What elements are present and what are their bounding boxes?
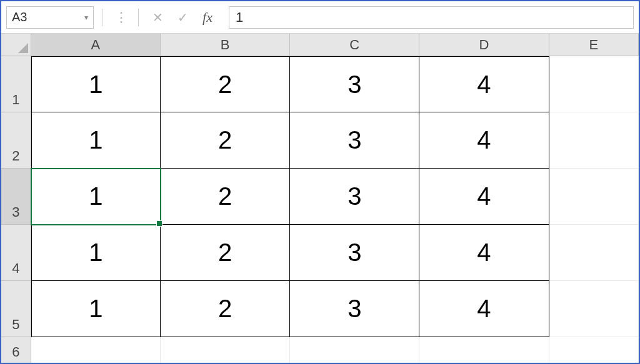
column-header-D[interactable]: D: [419, 34, 549, 56]
column-header-B[interactable]: B: [161, 34, 290, 56]
select-all-corner[interactable]: [1, 34, 31, 56]
cell-A2[interactable]: 1: [31, 112, 161, 169]
column-header-row: A B C D E: [1, 34, 639, 56]
table-row: 2 1 2 3 4: [1, 112, 639, 169]
table-row: 6: [1, 337, 639, 364]
cell-E5[interactable]: [549, 281, 639, 337]
cell-D3[interactable]: 4: [419, 169, 549, 225]
table-row: 4 1 2 3 4: [1, 225, 639, 281]
row-header-4[interactable]: 4: [1, 225, 31, 281]
cancel-button[interactable]: ✕: [148, 7, 168, 27]
cell-value: 1: [89, 295, 102, 323]
row-header-6[interactable]: 6: [1, 337, 31, 364]
cell-A6[interactable]: [31, 337, 161, 364]
col-label: E: [589, 37, 598, 53]
cell-value: 2: [218, 71, 232, 99]
cell-value: 4: [477, 182, 491, 210]
cell-D5[interactable]: 4: [419, 281, 549, 337]
cell-value: 2: [218, 182, 232, 210]
row-header-1[interactable]: 1: [1, 56, 31, 112]
cell-D1[interactable]: 4: [419, 56, 549, 112]
cell-C2[interactable]: 3: [290, 112, 419, 169]
cell-A1[interactable]: 1: [31, 56, 161, 112]
cell-value: 3: [348, 71, 361, 99]
cell-D4[interactable]: 4: [419, 225, 549, 281]
cell-B3[interactable]: 2: [161, 169, 290, 225]
row-label: 2: [12, 148, 19, 164]
cell-A4[interactable]: 1: [31, 225, 161, 281]
cell-B1[interactable]: 2: [161, 56, 290, 112]
row-header-5[interactable]: 5: [1, 281, 31, 337]
col-label: D: [479, 37, 489, 53]
cancel-icon: ✕: [152, 10, 163, 25]
chevron-down-icon[interactable]: ▾: [84, 13, 88, 22]
cell-value: 1: [89, 71, 102, 99]
cell-value: 2: [218, 239, 232, 267]
cell-value: 4: [477, 239, 491, 267]
table-row: 3 1 2 3 4: [1, 169, 639, 225]
cell-E6[interactable]: [549, 337, 639, 364]
cell-C3[interactable]: 3: [290, 169, 419, 225]
row-header-2[interactable]: 2: [1, 112, 31, 169]
row-header-3[interactable]: 3: [1, 169, 31, 225]
cell-E3[interactable]: [549, 169, 639, 225]
separator: [138, 9, 139, 26]
cell-value: 4: [477, 295, 491, 323]
fx-label: fx: [202, 9, 212, 26]
insert-function-button[interactable]: fx: [198, 7, 218, 27]
row-label: 5: [12, 317, 19, 333]
cell-D2[interactable]: 4: [419, 112, 549, 169]
col-label: B: [221, 37, 230, 53]
formula-input[interactable]: 1: [229, 6, 634, 29]
cell-B6[interactable]: [161, 337, 290, 364]
cell-C4[interactable]: 3: [290, 225, 419, 281]
formula-value: 1: [236, 9, 243, 26]
separator: [102, 9, 103, 26]
cell-value: 1: [89, 182, 102, 210]
enter-button[interactable]: ✓: [172, 7, 192, 27]
name-box-value: A3: [12, 10, 27, 24]
cell-E4[interactable]: [549, 225, 639, 281]
cell-value: 3: [348, 295, 361, 323]
cell-value: 1: [89, 239, 102, 267]
cell-value: 4: [477, 126, 491, 154]
name-box[interactable]: A3 ▾: [6, 6, 94, 29]
cell-B5[interactable]: 2: [161, 281, 290, 337]
cell-value: 2: [218, 126, 232, 154]
row-label: 1: [12, 92, 19, 108]
cell-C5[interactable]: 3: [290, 281, 419, 337]
column-header-C[interactable]: C: [290, 34, 419, 56]
spreadsheet-grid: A B C D E 1 1 2 3 4 2 1 2 3 4 3 1 2 3 4 …: [1, 34, 639, 364]
cell-B2[interactable]: 2: [161, 112, 290, 169]
formula-bar: A3 ▾ ⋮ ✕ ✓ fx 1: [1, 1, 639, 34]
col-label: C: [349, 37, 359, 53]
row-label: 3: [12, 204, 19, 220]
expand-handle-icon[interactable]: ⋮: [112, 9, 129, 26]
cell-value: 1: [89, 126, 102, 154]
cell-E2[interactable]: [549, 112, 639, 169]
check-icon: ✓: [178, 10, 188, 25]
cell-value: 3: [348, 126, 361, 154]
col-label: A: [91, 37, 101, 53]
cell-D6[interactable]: [419, 337, 549, 364]
cell-A5[interactable]: 1: [31, 281, 161, 337]
cell-B4[interactable]: 2: [161, 225, 290, 281]
column-header-E[interactable]: E: [549, 34, 639, 56]
cell-value: 3: [348, 182, 361, 210]
cell-value: 4: [477, 71, 491, 99]
cell-C1[interactable]: 3: [290, 56, 419, 112]
cell-A3[interactable]: 1: [31, 169, 161, 225]
cell-E1[interactable]: [549, 56, 639, 112]
cell-C6[interactable]: [290, 337, 419, 364]
cell-value: 3: [348, 239, 361, 267]
table-row: 5 1 2 3 4: [1, 281, 639, 337]
table-row: 1 1 2 3 4: [1, 56, 639, 112]
row-label: 6: [12, 344, 19, 360]
column-header-A[interactable]: A: [31, 34, 161, 56]
row-label: 4: [12, 260, 19, 277]
cell-value: 2: [218, 295, 232, 323]
